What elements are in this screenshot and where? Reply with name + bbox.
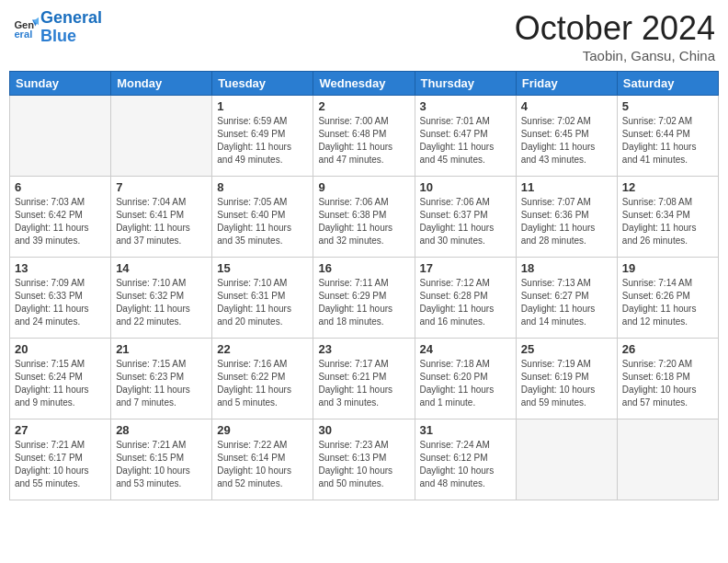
day-number: 25 xyxy=(521,342,612,356)
day-info: Sunrise: 7:13 AM Sunset: 6:27 PM Dayligh… xyxy=(521,277,612,328)
day-info: Sunrise: 7:20 AM Sunset: 6:18 PM Dayligh… xyxy=(622,358,713,409)
week-row-1: 1Sunrise: 6:59 AM Sunset: 6:49 PM Daylig… xyxy=(10,96,719,177)
day-number: 30 xyxy=(318,423,409,437)
calendar-cell: 8Sunrise: 7:05 AM Sunset: 6:40 PM Daylig… xyxy=(212,177,313,258)
weekday-header-tuesday: Tuesday xyxy=(212,72,313,96)
weekday-header-saturday: Saturday xyxy=(617,72,718,96)
logo-icon: Gen eral xyxy=(13,15,39,40)
calendar-cell: 27Sunrise: 7:21 AM Sunset: 6:17 PM Dayli… xyxy=(10,419,111,500)
title-block: October 2024 Taobin, Gansu, China xyxy=(515,9,715,63)
calendar-cell: 2Sunrise: 7:00 AM Sunset: 6:48 PM Daylig… xyxy=(313,96,415,177)
day-number: 27 xyxy=(15,423,106,437)
calendar-cell: 12Sunrise: 7:08 AM Sunset: 6:34 PM Dayli… xyxy=(617,177,718,258)
day-info: Sunrise: 7:02 AM Sunset: 6:45 PM Dayligh… xyxy=(521,115,612,167)
day-info: Sunrise: 7:21 AM Sunset: 6:15 PM Dayligh… xyxy=(116,439,207,490)
calendar-cell: 23Sunrise: 7:17 AM Sunset: 6:21 PM Dayli… xyxy=(313,339,415,419)
calendar-cell: 3Sunrise: 7:01 AM Sunset: 6:47 PM Daylig… xyxy=(415,96,516,177)
calendar-cell: 17Sunrise: 7:12 AM Sunset: 6:28 PM Dayli… xyxy=(415,258,516,339)
day-info: Sunrise: 7:03 AM Sunset: 6:42 PM Dayligh… xyxy=(15,196,106,247)
weekday-header-row: SundayMondayTuesdayWednesdayThursdayFrid… xyxy=(10,72,719,96)
day-number: 3 xyxy=(420,99,511,113)
day-number: 19 xyxy=(622,261,713,275)
calendar-cell xyxy=(516,419,617,500)
calendar-cell: 25Sunrise: 7:19 AM Sunset: 6:19 PM Dayli… xyxy=(516,339,617,419)
svg-text:eral: eral xyxy=(14,29,32,40)
weekday-header-sunday: Sunday xyxy=(10,72,111,96)
day-number: 10 xyxy=(420,180,511,194)
calendar-table: SundayMondayTuesdayWednesdayThursdayFrid… xyxy=(9,71,719,500)
day-number: 23 xyxy=(318,342,409,356)
calendar-cell: 5Sunrise: 7:02 AM Sunset: 6:44 PM Daylig… xyxy=(617,96,718,177)
day-info: Sunrise: 7:16 AM Sunset: 6:22 PM Dayligh… xyxy=(217,358,308,409)
day-number: 29 xyxy=(217,423,308,437)
weekday-header-wednesday: Wednesday xyxy=(313,72,415,96)
day-info: Sunrise: 7:05 AM Sunset: 6:40 PM Dayligh… xyxy=(217,196,308,247)
day-info: Sunrise: 7:08 AM Sunset: 6:34 PM Dayligh… xyxy=(622,196,713,247)
calendar-cell: 15Sunrise: 7:10 AM Sunset: 6:31 PM Dayli… xyxy=(212,258,313,339)
day-number: 7 xyxy=(116,180,207,194)
calendar-cell xyxy=(10,96,111,177)
day-number: 1 xyxy=(217,99,308,113)
day-number: 9 xyxy=(318,180,409,194)
day-number: 31 xyxy=(420,423,511,437)
logo-text: General Blue xyxy=(40,9,102,46)
day-info: Sunrise: 7:02 AM Sunset: 6:44 PM Dayligh… xyxy=(622,115,713,167)
location: Taobin, Gansu, China xyxy=(515,48,715,63)
calendar-cell: 7Sunrise: 7:04 AM Sunset: 6:41 PM Daylig… xyxy=(111,177,212,258)
day-number: 2 xyxy=(318,99,409,113)
month-title: October 2024 xyxy=(515,9,715,48)
calendar-cell: 21Sunrise: 7:15 AM Sunset: 6:23 PM Dayli… xyxy=(111,339,212,419)
day-info: Sunrise: 7:17 AM Sunset: 6:21 PM Dayligh… xyxy=(318,358,409,409)
calendar-cell: 19Sunrise: 7:14 AM Sunset: 6:26 PM Dayli… xyxy=(617,258,718,339)
weekday-header-thursday: Thursday xyxy=(415,72,516,96)
calendar-cell: 28Sunrise: 7:21 AM Sunset: 6:15 PM Dayli… xyxy=(111,419,212,500)
calendar-cell: 4Sunrise: 7:02 AM Sunset: 6:45 PM Daylig… xyxy=(516,96,617,177)
day-info: Sunrise: 7:11 AM Sunset: 6:29 PM Dayligh… xyxy=(318,277,409,328)
logo-line2: Blue xyxy=(40,27,76,45)
calendar-cell: 18Sunrise: 7:13 AM Sunset: 6:27 PM Dayli… xyxy=(516,258,617,339)
day-number: 4 xyxy=(521,99,612,113)
calendar-cell xyxy=(617,419,718,500)
logo: Gen eral General Blue xyxy=(13,9,102,46)
week-row-4: 20Sunrise: 7:15 AM Sunset: 6:24 PM Dayli… xyxy=(10,339,719,419)
calendar-cell: 6Sunrise: 7:03 AM Sunset: 6:42 PM Daylig… xyxy=(10,177,111,258)
day-info: Sunrise: 7:01 AM Sunset: 6:47 PM Dayligh… xyxy=(420,115,511,167)
day-number: 15 xyxy=(217,261,308,275)
calendar-cell: 26Sunrise: 7:20 AM Sunset: 6:18 PM Dayli… xyxy=(617,339,718,419)
calendar-cell: 31Sunrise: 7:24 AM Sunset: 6:12 PM Dayli… xyxy=(415,419,516,500)
weekday-header-friday: Friday xyxy=(516,72,617,96)
day-number: 28 xyxy=(116,423,207,437)
day-info: Sunrise: 7:19 AM Sunset: 6:19 PM Dayligh… xyxy=(521,358,612,409)
day-info: Sunrise: 7:10 AM Sunset: 6:31 PM Dayligh… xyxy=(217,277,308,328)
day-info: Sunrise: 7:00 AM Sunset: 6:48 PM Dayligh… xyxy=(318,115,409,167)
day-number: 20 xyxy=(15,342,106,356)
calendar-cell: 16Sunrise: 7:11 AM Sunset: 6:29 PM Dayli… xyxy=(313,258,415,339)
day-info: Sunrise: 7:24 AM Sunset: 6:12 PM Dayligh… xyxy=(420,439,511,490)
page-header: Gen eral General Blue October 2024 Taobi… xyxy=(9,9,719,63)
day-number: 26 xyxy=(622,342,713,356)
day-info: Sunrise: 7:21 AM Sunset: 6:17 PM Dayligh… xyxy=(15,439,106,490)
calendar-cell xyxy=(111,96,212,177)
week-row-2: 6Sunrise: 7:03 AM Sunset: 6:42 PM Daylig… xyxy=(10,177,719,258)
calendar-cell: 11Sunrise: 7:07 AM Sunset: 6:36 PM Dayli… xyxy=(516,177,617,258)
day-info: Sunrise: 7:10 AM Sunset: 6:32 PM Dayligh… xyxy=(116,277,207,328)
day-number: 12 xyxy=(622,180,713,194)
day-info: Sunrise: 7:23 AM Sunset: 6:13 PM Dayligh… xyxy=(318,439,409,490)
day-info: Sunrise: 7:07 AM Sunset: 6:36 PM Dayligh… xyxy=(521,196,612,247)
day-number: 6 xyxy=(15,180,106,194)
day-number: 24 xyxy=(420,342,511,356)
day-number: 18 xyxy=(521,261,612,275)
day-info: Sunrise: 7:09 AM Sunset: 6:33 PM Dayligh… xyxy=(15,277,106,328)
day-number: 5 xyxy=(622,99,713,113)
day-info: Sunrise: 7:22 AM Sunset: 6:14 PM Dayligh… xyxy=(217,439,308,490)
day-number: 8 xyxy=(217,180,308,194)
week-row-5: 27Sunrise: 7:21 AM Sunset: 6:17 PM Dayli… xyxy=(10,419,719,500)
day-number: 22 xyxy=(217,342,308,356)
day-number: 16 xyxy=(318,261,409,275)
calendar-cell: 13Sunrise: 7:09 AM Sunset: 6:33 PM Dayli… xyxy=(10,258,111,339)
day-info: Sunrise: 7:04 AM Sunset: 6:41 PM Dayligh… xyxy=(116,196,207,247)
calendar-cell: 29Sunrise: 7:22 AM Sunset: 6:14 PM Dayli… xyxy=(212,419,313,500)
week-row-3: 13Sunrise: 7:09 AM Sunset: 6:33 PM Dayli… xyxy=(10,258,719,339)
day-number: 11 xyxy=(521,180,612,194)
day-number: 14 xyxy=(116,261,207,275)
